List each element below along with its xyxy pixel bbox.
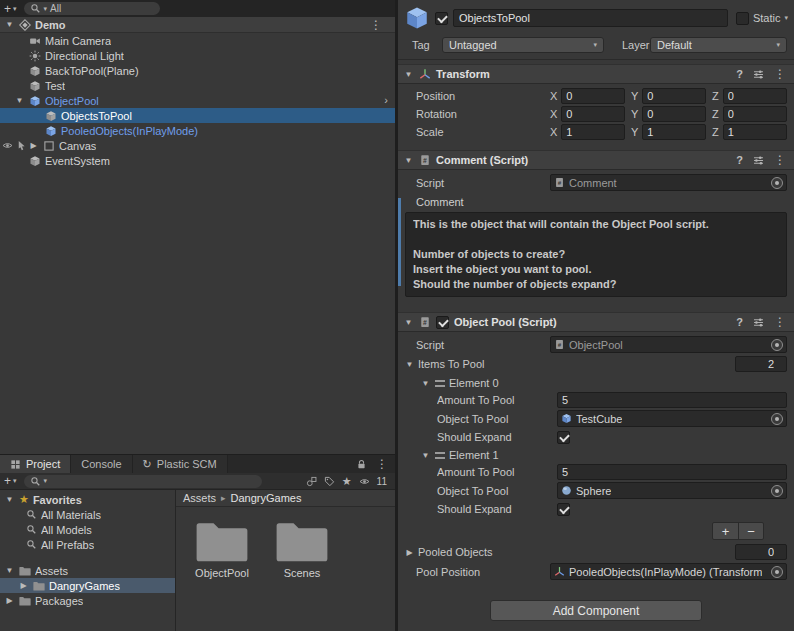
remove-element-button[interactable]: − (738, 523, 763, 539)
object-to-pool-field[interactable]: Sphere (557, 482, 787, 499)
scale-z-field[interactable] (723, 124, 787, 140)
foldout-open-icon[interactable]: ▼ (404, 360, 415, 369)
help-icon[interactable]: ? (736, 68, 743, 80)
comment-textarea[interactable]: This is the object that will contain the… (405, 212, 787, 297)
hidden-count-eye-icon[interactable] (359, 476, 370, 487)
add-component-button[interactable]: Add Component (490, 600, 702, 621)
saved-search-star-icon[interactable]: ★ (342, 476, 352, 487)
open-prefab-chevron-icon[interactable]: › (384, 94, 388, 106)
favorites-header[interactable]: ▼ ★ Favorites (0, 492, 175, 507)
scale-x-field[interactable] (561, 124, 625, 140)
tab-project[interactable]: Project (0, 455, 71, 473)
kebab-menu-icon[interactable]: ⋮ (376, 457, 388, 471)
project-search-input[interactable]: ▾ (24, 475, 262, 488)
comment-header[interactable]: ▼ Comment (Script) ? ⋮ (398, 150, 794, 170)
search-by-type-icon[interactable] (306, 476, 317, 487)
hierarchy-item-backtopool-plane[interactable]: BackToPool(Plane) (0, 63, 395, 78)
kebab-menu-icon[interactable]: ⋮ (774, 67, 786, 81)
tree-item-assets[interactable]: ▼ Assets (0, 563, 175, 578)
tab-console[interactable]: Console (71, 455, 132, 473)
add-element-button[interactable]: + (713, 523, 738, 539)
presets-icon[interactable] (753, 317, 764, 328)
chevron-down-icon[interactable]: ▾ (784, 14, 788, 22)
element-1-header[interactable]: ▼ Element 1 (398, 446, 794, 463)
script-object-field[interactable]: Comment (550, 174, 787, 191)
create-object-button[interactable]: +▾ (4, 2, 17, 16)
presets-icon[interactable] (753, 155, 764, 166)
folder-tile-objectpool[interactable]: ObjectPool (190, 519, 254, 631)
pickability-icon[interactable] (16, 140, 27, 151)
active-checkbox[interactable] (435, 12, 448, 25)
foldout-closed-icon[interactable]: ▶ (4, 596, 15, 605)
layer-dropdown[interactable]: Default ▾ (650, 37, 787, 53)
static-control[interactable]: Static ▾ (733, 12, 788, 25)
object-picker-icon[interactable] (771, 339, 783, 351)
foldout-open-icon[interactable]: ▼ (420, 451, 431, 460)
foldout-open-icon[interactable]: ▼ (14, 96, 25, 105)
help-icon[interactable]: ? (736, 154, 743, 166)
drag-handle-icon[interactable] (435, 452, 445, 459)
position-z-field[interactable] (723, 88, 787, 104)
kebab-menu-icon[interactable]: ⋮ (774, 153, 786, 167)
component-enabled-checkbox[interactable] (436, 316, 449, 329)
eye-icon[interactable] (2, 140, 13, 151)
pooled-objects-size-field[interactable] (735, 544, 787, 560)
hierarchy-item-eventsystem[interactable]: EventSystem (0, 153, 395, 168)
hierarchy-search-input[interactable]: ▾ All (24, 2, 160, 15)
hierarchy-item-directional-light[interactable]: Directional Light (0, 48, 395, 63)
rotation-y-field[interactable] (642, 106, 706, 122)
foldout-open-icon[interactable]: ▼ (420, 379, 431, 388)
pool-position-field[interactable]: PooledObjects(InPlayMode) (Transform (550, 563, 787, 580)
search-filter-caret-icon[interactable]: ▾ (44, 477, 48, 485)
hierarchy-item-main-camera[interactable]: Main Camera (0, 33, 395, 48)
search-filter-caret-icon[interactable]: ▾ (44, 5, 48, 13)
object-to-pool-field[interactable]: TestCube (557, 410, 787, 427)
position-y-field[interactable] (642, 88, 706, 104)
amount-to-pool-field[interactable] (557, 392, 787, 408)
tab-plastic-scm[interactable]: ↻ Plastic SCM (133, 455, 228, 473)
hierarchy-item-canvas[interactable]: ▶ Canvas (0, 138, 395, 153)
tree-item-dangrygames-selected[interactable]: ▶ DangryGames (0, 578, 175, 593)
object-picker-icon[interactable] (771, 485, 783, 497)
foldout-open-icon[interactable]: ▼ (4, 495, 15, 504)
gameobject-cube-icon[interactable] (404, 5, 430, 31)
foldout-closed-icon[interactable]: ▶ (404, 548, 415, 557)
should-expand-checkbox[interactable] (557, 503, 570, 516)
foldout-open-icon[interactable]: ▼ (403, 318, 414, 327)
hierarchy-item-pooledobjects[interactable]: PooledObjects(InPlayMode) (0, 123, 395, 138)
foldout-closed-icon[interactable]: ▶ (18, 581, 29, 590)
favorite-all-models[interactable]: All Models (0, 522, 175, 537)
hierarchy-item-objectstopool-selected[interactable]: ObjectsToPool (0, 108, 395, 123)
foldout-open-icon[interactable]: ▼ (403, 156, 414, 165)
rotation-z-field[interactable] (723, 106, 787, 122)
array-size-field[interactable] (735, 356, 787, 372)
scale-y-field[interactable] (642, 124, 706, 140)
search-by-label-icon[interactable] (324, 476, 335, 487)
hierarchy-item-test[interactable]: Test (0, 78, 395, 93)
lock-icon[interactable] (356, 459, 367, 470)
tag-dropdown[interactable]: Untagged ▾ (442, 37, 604, 53)
foldout-closed-icon[interactable]: ▶ (28, 141, 39, 150)
should-expand-checkbox[interactable] (557, 431, 570, 444)
script-object-field[interactable]: ObjectPool (550, 336, 787, 353)
position-x-field[interactable] (561, 88, 625, 104)
hierarchy-item-objectpool[interactable]: ▼ ObjectPool › (0, 93, 395, 108)
presets-icon[interactable] (753, 69, 764, 80)
scene-header[interactable]: ▼ Demo ⋮ (0, 17, 395, 33)
kebab-menu-icon[interactable]: ⋮ (370, 18, 382, 32)
foldout-open-icon[interactable]: ▼ (4, 566, 15, 575)
transform-header[interactable]: ▼ Transform ? ⋮ (398, 64, 794, 84)
objectpool-header[interactable]: ▼ Object Pool (Script) ? ⋮ (398, 312, 794, 332)
element-0-header[interactable]: ▼ Element 0 (398, 374, 794, 391)
gameobject-name-field[interactable] (453, 9, 728, 27)
breadcrumb-assets[interactable]: Assets (183, 492, 216, 504)
rotation-x-field[interactable] (561, 106, 625, 122)
drag-handle-icon[interactable] (435, 380, 445, 387)
static-checkbox[interactable] (736, 12, 749, 25)
favorite-all-prefabs[interactable]: All Prefabs (0, 537, 175, 552)
foldout-open-icon[interactable]: ▼ (4, 20, 15, 29)
folder-tile-scenes[interactable]: Scenes (270, 519, 334, 631)
object-picker-icon[interactable] (771, 413, 783, 425)
amount-to-pool-field[interactable] (557, 464, 787, 480)
create-asset-button[interactable]: +▾ (4, 474, 17, 488)
